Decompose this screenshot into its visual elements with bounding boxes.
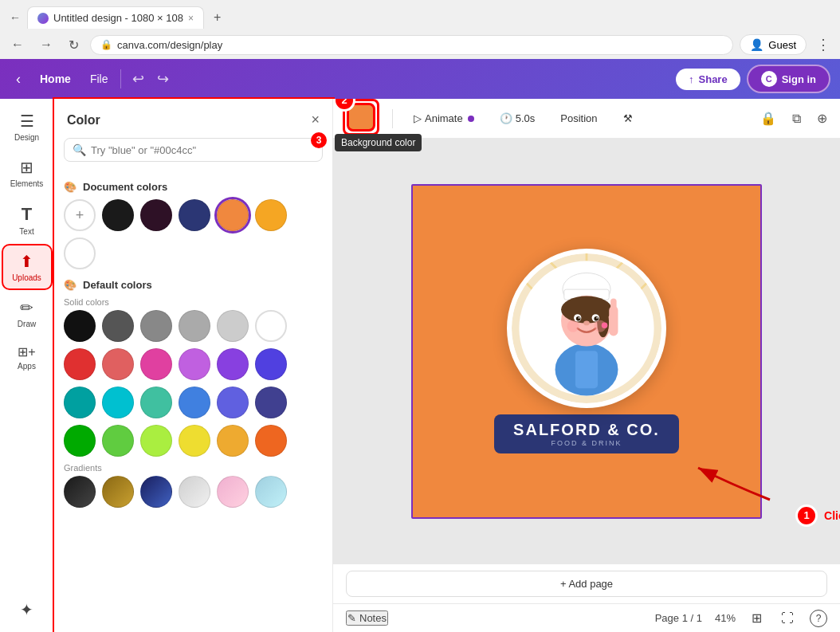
search-box[interactable]: 🔍 3 xyxy=(64,138,323,162)
sidebar-item-elements[interactable]: ⊞ Elements xyxy=(3,151,51,194)
sidebar-item-uploads[interactable]: ⬆ Uploads xyxy=(3,245,51,289)
home-btn[interactable]: Home xyxy=(33,69,77,88)
more-btn[interactable]: ⊕ xyxy=(814,108,830,129)
svg-point-20 xyxy=(583,321,590,326)
notes-btn[interactable]: ✎ Notes xyxy=(346,610,388,626)
solid-medblue[interactable] xyxy=(217,387,249,418)
solid-blue[interactable] xyxy=(179,387,210,418)
duration-btn[interactable]: 🕐 5.0s xyxy=(492,108,544,129)
svg-point-16 xyxy=(576,316,581,321)
solid-yellow[interactable] xyxy=(179,425,210,457)
new-tab-btn[interactable]: + xyxy=(207,7,227,28)
animate-btn[interactable]: ▷ Animate xyxy=(406,108,482,129)
position-btn[interactable]: Position xyxy=(552,108,605,129)
bg-color-wrapper: 2 Background color xyxy=(343,99,379,139)
tab-close-btn[interactable]: × xyxy=(188,13,194,24)
grad-5[interactable] xyxy=(217,476,249,508)
canvas-scroll[interactable]: SALFORD & CO. FOOD & DRINK 1 Click the c… xyxy=(333,139,840,563)
solid-cyan[interactable] xyxy=(102,387,134,418)
solid-amber[interactable] xyxy=(217,425,249,457)
help-btn[interactable]: ? xyxy=(810,610,827,627)
doc-color-maroon[interactable] xyxy=(140,199,172,231)
doc-colors-section: 🎨 Document colors xyxy=(64,181,323,193)
svg-point-17 xyxy=(594,316,599,321)
solid-lime[interactable] xyxy=(102,425,134,457)
sidebar-item-apps[interactable]: ⊞+ Apps xyxy=(3,338,51,377)
solid-6[interactable] xyxy=(255,310,287,342)
doc-color-white[interactable] xyxy=(64,237,96,269)
panel-title: Color xyxy=(67,113,100,128)
panel-close-btn[interactable]: × xyxy=(311,112,320,128)
solid-4[interactable] xyxy=(179,310,210,342)
apps-icon: ⊞+ xyxy=(18,344,35,359)
solid-5[interactable] xyxy=(217,310,249,342)
solid-navyblue[interactable] xyxy=(255,387,287,418)
back-btn[interactable]: ← xyxy=(6,34,29,55)
share-btn[interactable]: ↑ Share xyxy=(676,69,740,90)
solid-pink[interactable] xyxy=(140,348,172,380)
color-search-input[interactable] xyxy=(91,144,314,156)
doc-color-orange2[interactable] xyxy=(255,199,287,231)
address-bar: ← → ↻ 🔒 canva.com/design/play 👤 Guest ⋮ xyxy=(0,30,840,59)
solid-3[interactable] xyxy=(140,310,172,342)
doc-colors-label: Document colors xyxy=(83,181,167,193)
grad-1[interactable] xyxy=(64,476,96,508)
solid-2[interactable] xyxy=(102,310,134,342)
guest-btn[interactable]: 👤 Guest xyxy=(740,34,807,55)
zoom-info[interactable]: 41% xyxy=(715,612,736,624)
solid-red[interactable] xyxy=(64,348,96,380)
sidebar-item-draw[interactable]: ✏ Draw xyxy=(3,292,51,335)
forward-btn[interactable]: → xyxy=(35,34,57,55)
solid-1[interactable] xyxy=(64,310,96,342)
redo-btn[interactable]: ↪ xyxy=(152,67,174,91)
expand-btn[interactable]: ⛶ xyxy=(778,608,797,629)
sidebar-item-text[interactable]: T Text xyxy=(3,198,51,242)
solid-green[interactable] xyxy=(64,425,96,457)
url-bar[interactable]: 🔒 canva.com/design/play xyxy=(90,35,733,55)
animate-label: Animate xyxy=(425,112,463,124)
active-tab[interactable]: Untitled design - 1080 × 108 × xyxy=(27,6,204,29)
signin-label: Sign in xyxy=(782,73,816,85)
solid-orange[interactable] xyxy=(255,425,287,457)
sidebar-item-design[interactable]: ☰ Design xyxy=(3,105,51,148)
panel-body: 🎨 Document colors + 🎨 Default colors Sol… xyxy=(54,165,332,632)
doc-colors-icon: 🎨 xyxy=(64,181,77,193)
tools-btn[interactable]: ⚒ xyxy=(615,108,641,129)
solid-lightred[interactable] xyxy=(102,348,134,380)
tab-bar: ← Untitled design - 1080 × 108 × + xyxy=(0,0,840,30)
file-btn[interactable]: File xyxy=(84,69,115,88)
solid-violet[interactable] xyxy=(217,348,249,380)
solid-teal[interactable] xyxy=(64,387,96,418)
share-icon: ↑ xyxy=(689,73,694,85)
solid-purple[interactable] xyxy=(179,348,210,380)
signin-btn[interactable]: C Sign in xyxy=(747,65,830,93)
add-color-btn[interactable]: + xyxy=(64,199,96,231)
copy-btn[interactable]: ⧉ xyxy=(789,108,804,129)
solid-yellow-green[interactable] xyxy=(140,425,172,457)
solid-seafoam[interactable] xyxy=(140,387,172,418)
logo-container: SALFORD & CO. FOOD & DRINK xyxy=(494,249,679,453)
add-page-btn[interactable]: + Add page xyxy=(346,571,827,597)
doc-color-navy[interactable] xyxy=(179,199,210,231)
solid-darkblue[interactable] xyxy=(255,348,287,380)
grad-3[interactable] xyxy=(140,476,172,508)
refresh-btn[interactable]: ↻ xyxy=(64,34,84,56)
design-label: Design xyxy=(14,133,39,142)
history-btns: ↩ ↪ xyxy=(128,67,174,91)
logo-circle xyxy=(507,249,666,408)
sidebar-item-magic[interactable]: ✦ xyxy=(3,594,51,626)
grad-4[interactable] xyxy=(179,476,210,508)
lock-btn[interactable]: 🔒 xyxy=(757,108,779,129)
elements-label: Elements xyxy=(10,179,44,188)
grad-2[interactable] xyxy=(102,476,134,508)
canva-back-btn[interactable]: ‹ xyxy=(10,68,27,91)
doc-color-black[interactable] xyxy=(102,199,134,231)
grid-view-btn[interactable]: ⊞ xyxy=(748,607,765,629)
browser-back[interactable]: ← xyxy=(6,8,24,27)
notes-icon: ✎ xyxy=(347,612,356,624)
default-colors-icon: 🎨 xyxy=(64,279,77,291)
browser-menu-btn[interactable]: ⋮ xyxy=(813,33,834,57)
doc-color-orange[interactable] xyxy=(217,199,249,231)
undo-btn[interactable]: ↩ xyxy=(128,67,149,91)
grad-6[interactable] xyxy=(255,476,287,508)
